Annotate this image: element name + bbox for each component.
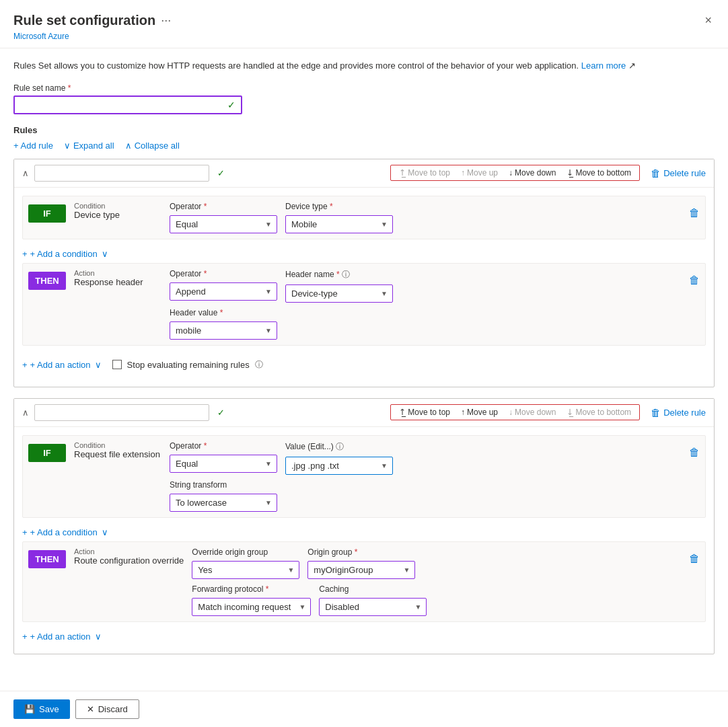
rule-1-action-info: Action Response header — [74, 269, 161, 287]
plus-icon: + — [22, 249, 28, 259]
rule-2-add-action-button[interactable]: + + Add an action — [22, 632, 91, 642]
add-condition-chevron-icon[interactable]: ∨ — [102, 249, 108, 259]
move-bottom-icon-2: ↓̲ — [567, 408, 573, 417]
rule-1-header-value-select[interactable]: mobile — [170, 321, 277, 340]
move-top-icon: ↑̲ — [399, 168, 406, 178]
rule-2-move-actions: ↑̲ Move to top ↑ Move up ↓ Move down ↓ — [390, 404, 640, 420]
collapse-all-button[interactable]: ∧ Collapse all — [125, 141, 180, 151]
rule-1-if-row: IF Condition Device type Operator * Equa… — [22, 196, 706, 239]
move-bottom-icon: ↓̲ — [567, 168, 573, 178]
learn-more-link[interactable]: Learn more — [581, 61, 626, 71]
delete-icon-2: 🗑 — [651, 407, 661, 418]
stop-eval-row: Stop evaluating remaining rules ⓘ — [112, 355, 263, 375]
delete-icon: 🗑 — [651, 167, 661, 179]
rule-1-operator-select[interactable]: Equal — [170, 215, 277, 233]
rule-1-device-type-group: Device type * Mobile ▼ — [285, 202, 393, 233]
rule-2-move-bottom-button[interactable]: ↓̲ Move to bottom — [564, 406, 634, 418]
add-action-2-chevron-icon[interactable]: ∨ — [95, 632, 102, 642]
check-icon: ✓ — [227, 100, 235, 110]
rule-1-header-name-select[interactable]: Device-type — [285, 284, 393, 303]
rule-1-add-condition-row: + + Add a condition ∨ — [22, 245, 706, 263]
panel-title: Rule set configuration — [13, 13, 155, 28]
rule-2-delete-condition-button[interactable]: 🗑 — [689, 447, 700, 459]
rule-1-action-operator-group: Operator * Append ▼ — [170, 269, 277, 301]
rule-1-then-row: THEN Action Response header Operator * — [22, 263, 706, 346]
rule-2-value-select[interactable]: .jpg .png .txt — [285, 457, 393, 475]
rule-2-action-info: Action Route configuration override — [74, 547, 184, 566]
close-button[interactable]: × — [702, 11, 715, 30]
rule-1-delete-condition-button[interactable]: 🗑 — [689, 207, 700, 219]
rule-1-add-action-row: + + Add an action ∨ — [22, 356, 102, 374]
add-action-chevron-icon[interactable]: ∨ — [95, 360, 102, 370]
stop-eval-info-icon[interactable]: ⓘ — [255, 359, 263, 371]
rule-2-caching-group: Caching Disabled ▼ — [319, 584, 427, 616]
rules-label: Rules — [13, 125, 715, 135]
add-rule-button[interactable]: + Add rule — [13, 141, 53, 151]
rule-2-delete-button[interactable]: 🗑 Delete rule — [651, 407, 706, 418]
plus-icon-action: + — [22, 360, 28, 370]
description-text: Rules Set allows you to customize how HT… — [13, 59, 715, 73]
rule-2-override-origin-select[interactable]: Yes — [192, 561, 299, 579]
bottom-bar: 💾 Save ✕ Discard — [0, 691, 728, 727]
rule-1-move-down-button[interactable]: ↓ Move down — [506, 167, 558, 179]
rule-2-collapse-icon[interactable]: ∧ — [22, 408, 29, 418]
rule-1-header-value-group: Header value * mobile ▼ — [170, 308, 277, 340]
rule-1-add-condition-button[interactable]: + + Add a condition — [22, 249, 98, 259]
discard-icon: ✕ — [87, 704, 94, 714]
rule-2-move-down-button[interactable]: ↓ Move down — [506, 406, 558, 418]
rule-2-header: ∧ myRule2 ✓ ↑̲ Move to top ↑ Move up — [14, 399, 714, 427]
chevron-up-icon: ∧ — [125, 141, 132, 151]
stop-eval-label: Stop evaluating remaining rules — [127, 360, 250, 370]
rule-2-condition-info: Condition Request file extension — [74, 441, 161, 459]
rule-2-move-up-button[interactable]: ↑ Move up — [458, 406, 501, 418]
save-button[interactable]: 💾 Save — [13, 699, 70, 719]
rule-1-move-bottom-button[interactable]: ↓̲ Move to bottom — [564, 167, 634, 179]
rule-2-if-badge: IF — [28, 444, 66, 462]
rule-2-if-row: IF Condition Request file extension Oper… — [22, 435, 706, 518]
panel-subtitle: Microsoft Azure — [13, 32, 715, 41]
rule-2-then-badge: THEN — [28, 550, 66, 568]
rule-1-action-operator-select[interactable]: Append — [170, 282, 277, 301]
rule-card-2: ∧ myRule2 ✓ ↑̲ Move to top ↑ Move up — [13, 398, 715, 654]
rule-2-add-condition-button[interactable]: + + Add a condition — [22, 527, 98, 537]
rule-1-check-icon: ✓ — [217, 168, 225, 178]
stop-eval-checkbox[interactable] — [112, 360, 122, 369]
move-down-icon-2: ↓ — [509, 408, 513, 417]
rule-2-name-input[interactable]: myRule2 — [34, 404, 209, 421]
rule-2-operator-group: Operator * Equal ▼ — [170, 441, 277, 473]
rule-2-move-top-button[interactable]: ↑̲ Move to top — [396, 406, 453, 418]
rule-2-operator-select[interactable]: Equal — [170, 455, 277, 473]
move-top-icon-2: ↑̲ — [399, 408, 406, 417]
rule-2-then-row: THEN Action Route configuration override… — [22, 541, 706, 622]
rule-1-add-action-button[interactable]: + + Add an action — [22, 360, 91, 370]
discard-button[interactable]: ✕ Discard — [75, 699, 139, 719]
rule-1-name-input[interactable]: myRule1 — [34, 165, 209, 182]
add-condition-2-chevron-icon[interactable]: ∨ — [102, 527, 108, 537]
value-info-icon[interactable]: ⓘ — [336, 442, 344, 451]
rule-1-header-name-group: Header name * ⓘ Device-type ▼ — [285, 269, 393, 303]
rule-1-collapse-icon[interactable]: ∧ — [22, 168, 29, 178]
header-name-info-icon[interactable]: ⓘ — [342, 270, 350, 279]
rule-1-move-up-button[interactable]: ↑ Move up — [458, 167, 501, 179]
panel-options-icon[interactable]: ··· — [161, 13, 171, 28]
rule-1-device-type-select[interactable]: Mobile — [285, 215, 393, 233]
rule-set-name-input-wrapper: myRuleSet ✓ — [13, 95, 242, 114]
rule-1-delete-button[interactable]: 🗑 Delete rule — [651, 167, 706, 179]
rule-1-move-top-button[interactable]: ↑̲ Move to top — [396, 167, 453, 179]
rule-1-header: ∧ myRule1 ✓ ↑̲ Move to top ↑ Move up — [14, 159, 714, 188]
rule-2-forwarding-protocol-group: Forwarding protocol * Match incoming req… — [192, 584, 311, 616]
move-up-icon-2: ↑ — [461, 408, 465, 417]
rule-2-delete-action-button[interactable]: 🗑 — [689, 553, 700, 565]
rule-2-string-transform-group: String transform To lowercase ▼ — [170, 480, 277, 512]
rule-2-origin-group-select[interactable]: myOriginGroup — [307, 561, 415, 579]
rule-2-forwarding-protocol-select[interactable]: Match incoming request — [192, 598, 311, 616]
rule-2-caching-select[interactable]: Disabled — [319, 598, 427, 616]
rule-1-move-actions: ↑̲ Move to top ↑ Move up ↓ Move down ↓ — [390, 165, 640, 181]
expand-all-button[interactable]: ∨ Expand all — [64, 141, 114, 151]
rule-1-delete-action-button[interactable]: 🗑 — [689, 274, 700, 286]
rule-2-string-transform-select[interactable]: To lowercase — [170, 494, 277, 512]
rule-1-condition-info: Condition Device type — [74, 202, 161, 220]
rule-card-1: ∧ myRule1 ✓ ↑̲ Move to top ↑ Move up — [13, 159, 715, 387]
rule-1-operator-group: Operator * Equal ▼ — [170, 202, 277, 233]
rule-set-name-input[interactable]: myRuleSet — [20, 100, 225, 110]
